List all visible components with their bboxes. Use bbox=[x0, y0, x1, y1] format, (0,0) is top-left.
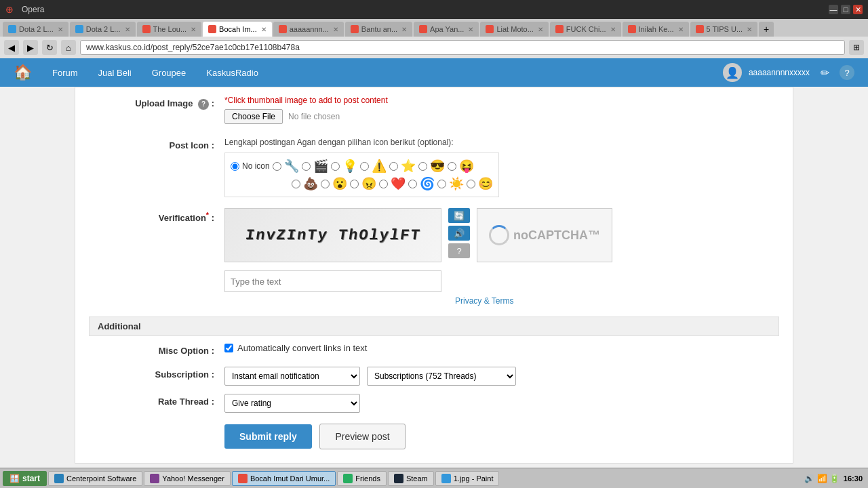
misc-option-content: Automatically convert links in text bbox=[224, 343, 779, 353]
tab-liat[interactable]: Liat Moto... ✕ bbox=[480, 22, 548, 37]
home-button[interactable]: ⌂ bbox=[61, 40, 76, 55]
tab-thelop[interactable]: The Lou... ✕ bbox=[137, 22, 202, 37]
taskbar-yahoo[interactable]: Yahoo! Messenger bbox=[144, 471, 231, 486]
home-nav-icon[interactable]: 🏠 bbox=[14, 64, 32, 81]
preview-post-button[interactable]: Preview post bbox=[319, 424, 405, 449]
tab-close-dota2-2[interactable]: ✕ bbox=[125, 26, 130, 33]
privacy-terms-link[interactable]: Privacy & Terms bbox=[455, 296, 513, 306]
radio-icon-wrench[interactable] bbox=[273, 162, 281, 171]
tab-bocah[interactable]: Bocah Im... ✕ bbox=[203, 22, 272, 37]
tab-aaaa[interactable]: aaaaannn... ✕ bbox=[273, 22, 344, 37]
back-button[interactable]: ◀ bbox=[4, 40, 19, 55]
tab-close-apa[interactable]: ✕ bbox=[468, 26, 473, 33]
address-bar[interactable]: www.kaskus.co.id/post_reply/52ce7ae1c0cb… bbox=[80, 40, 845, 55]
radio-icon-smile[interactable] bbox=[467, 180, 475, 188]
nocaptcha-text: noCAPTCHA™ bbox=[513, 228, 600, 243]
reload-button[interactable]: ↻ bbox=[42, 40, 57, 55]
tab-fuck[interactable]: FUCK Chi... ✕ bbox=[550, 22, 621, 37]
tab-apa[interactable]: Apa Yan... ✕ bbox=[414, 22, 479, 37]
help-icon[interactable]: ? bbox=[840, 65, 854, 80]
verification-row: Verification* : InvZInTy ThOlylFT 🔄 🔊 ? bbox=[75, 203, 793, 311]
radio-icon-swirl[interactable] bbox=[408, 180, 417, 188]
taskbar-bocah[interactable]: Bocah Imut Dari Umur... bbox=[232, 471, 336, 486]
upload-help-icon[interactable]: ? bbox=[198, 99, 209, 110]
radio-icon-surprised[interactable] bbox=[321, 180, 330, 188]
taskbar-friends[interactable]: Friends bbox=[337, 471, 387, 486]
icon-sun: ☀️ bbox=[449, 176, 464, 191]
steam-label: Steam bbox=[406, 474, 428, 483]
tab-add-button[interactable]: + bbox=[759, 22, 774, 37]
window-minimize[interactable]: — bbox=[829, 5, 838, 14]
submit-reply-button[interactable]: Submit reply bbox=[224, 424, 312, 449]
start-button[interactable]: 🪟 start bbox=[3, 471, 47, 486]
radio-icon-star[interactable] bbox=[389, 162, 398, 171]
nav-jualbeli[interactable]: Jual Beli bbox=[98, 68, 132, 78]
window-close[interactable]: ✕ bbox=[853, 5, 863, 14]
browser-logo: ⊕ bbox=[5, 4, 14, 15]
grid-icon[interactable]: ⊞ bbox=[849, 40, 864, 55]
forward-button[interactable]: ▶ bbox=[23, 40, 38, 55]
captcha-controls: 🔄 🔊 ? bbox=[448, 208, 470, 258]
tab-close-inilah[interactable]: ✕ bbox=[678, 26, 684, 33]
subscription-row: Subscription : Instant email notificatio… bbox=[75, 363, 793, 390]
icon-star: ⭐ bbox=[401, 159, 416, 174]
captcha-text-input[interactable] bbox=[224, 270, 441, 292]
tab-close-5tips[interactable]: ✕ bbox=[747, 26, 752, 33]
bocah-icon bbox=[238, 474, 248, 483]
tab-close-fuck[interactable]: ✕ bbox=[610, 26, 616, 33]
captcha-audio-button[interactable]: 🔊 bbox=[448, 226, 470, 241]
radio-icon-angry[interactable] bbox=[350, 180, 359, 188]
steam-icon bbox=[394, 474, 403, 483]
icon-row-2: 💩 😮 😠 ❤️ 🌀 ☀️ 😊 bbox=[292, 176, 493, 191]
tab-close-aaaa[interactable]: ✕ bbox=[333, 26, 338, 33]
nav-kaskusradio[interactable]: KaskusRadio bbox=[206, 68, 258, 78]
rate-thread-select[interactable]: Give rating bbox=[224, 394, 360, 413]
tab-dota2-1[interactable]: Dota 2 L... ✕ bbox=[3, 22, 68, 37]
subscription-selects: Instant email notification Subscriptions… bbox=[224, 367, 779, 386]
edit-icon[interactable]: ✏ bbox=[816, 64, 833, 81]
nav-groupee[interactable]: Groupee bbox=[152, 68, 186, 78]
subscription-type-select[interactable]: Instant email notification bbox=[224, 367, 360, 386]
misc-option-checkbox-label[interactable]: Automatically convert links in text bbox=[224, 343, 779, 353]
misc-option-checkbox[interactable] bbox=[224, 344, 233, 352]
radio-icon-poop[interactable] bbox=[292, 180, 300, 188]
tab-bantu[interactable]: Bantu an... ✕ bbox=[345, 22, 412, 37]
tab-close-liat[interactable]: ✕ bbox=[538, 26, 543, 33]
tab-5tips[interactable]: 5 TIPS U... ✕ bbox=[690, 22, 758, 37]
captcha-text-display: InvZInTy ThOlylFT bbox=[244, 227, 422, 244]
tab-close-bocah[interactable]: ✕ bbox=[261, 26, 267, 33]
tab-close-thelop[interactable]: ✕ bbox=[191, 26, 196, 33]
subscription-threads-select[interactable]: Subscriptions (752 Threads) bbox=[367, 367, 516, 386]
taskbar-centerpoint[interactable]: Centerpoint Software bbox=[48, 471, 142, 486]
captcha-refresh-button[interactable]: 🔄 bbox=[448, 208, 470, 223]
browser-title-bar: ⊕ Opera — □ ✕ bbox=[0, 0, 868, 19]
radio-icon-cool[interactable] bbox=[418, 162, 427, 171]
icon-angry: 😠 bbox=[361, 176, 376, 191]
taskbar-paint[interactable]: 1.jpg - Paint bbox=[435, 471, 500, 486]
tab-inilah[interactable]: Inilah Ke... ✕ bbox=[623, 22, 689, 37]
captcha-help-button[interactable]: ? bbox=[448, 243, 470, 258]
radio-no-icon[interactable] bbox=[231, 162, 239, 171]
tab-close-dota2-1[interactable]: ✕ bbox=[58, 26, 63, 33]
radio-icon-bulb[interactable] bbox=[331, 162, 340, 171]
tab-dota2-2[interactable]: Dota 2 L... ✕ bbox=[70, 22, 136, 37]
choose-file-button[interactable]: Choose File bbox=[224, 109, 283, 124]
no-icon-label: No icon bbox=[242, 161, 270, 171]
radio-icon-heart[interactable] bbox=[379, 180, 388, 188]
tab-close-bantu[interactable]: ✕ bbox=[401, 26, 407, 33]
radio-icon-film[interactable] bbox=[302, 162, 311, 171]
upload-hint: *Click thumbnail image to add to post co… bbox=[224, 96, 779, 105]
taskbar-steam[interactable]: Steam bbox=[388, 471, 434, 486]
paint-icon bbox=[441, 474, 451, 483]
system-time: 16:30 bbox=[844, 474, 863, 483]
username-label: aaaaannnnxxxxx bbox=[749, 68, 810, 77]
radio-icon-tongue[interactable] bbox=[448, 162, 456, 171]
misc-option-row: Misc Option : Automatically convert link… bbox=[75, 336, 793, 363]
upload-image-content: *Click thumbnail image to add to post co… bbox=[224, 96, 779, 124]
radio-icon-sun[interactable] bbox=[437, 180, 446, 188]
radio-icon-warning[interactable] bbox=[360, 162, 369, 171]
window-maximize[interactable]: □ bbox=[841, 5, 850, 14]
bocah-label: Bocah Imut Dari Umur... bbox=[250, 474, 330, 483]
nav-forum[interactable]: Forum bbox=[52, 68, 78, 78]
paint-label: 1.jpg - Paint bbox=[454, 474, 494, 483]
